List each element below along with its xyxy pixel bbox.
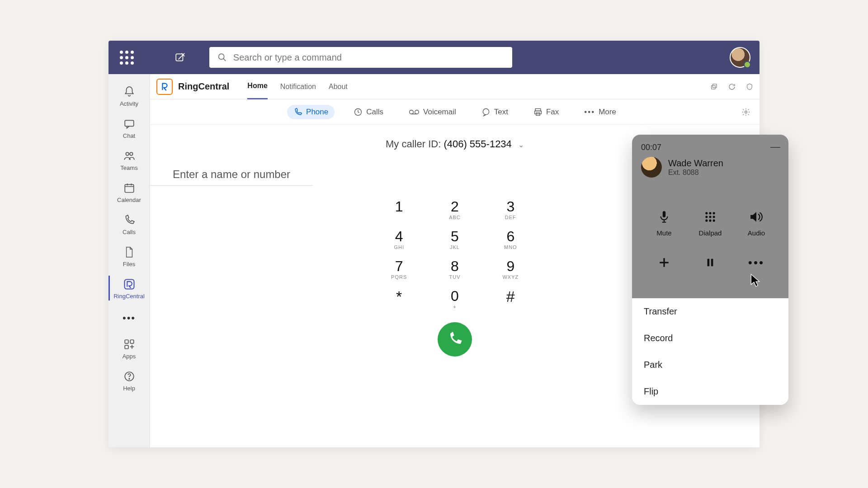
rail-item-activity[interactable]: Activity (108, 80, 150, 112)
subtab-voicemail[interactable]: Voicemail (402, 105, 462, 119)
call-timer: 00:07 (641, 143, 779, 152)
key-star[interactable]: * (382, 289, 415, 310)
svg-point-4 (130, 152, 133, 155)
svg-rect-8 (130, 340, 134, 343)
rc-subtabs: Phone Calls Voicemail Text Fax (150, 99, 760, 125)
call-more-menu: Transfer Record Park Flip (632, 298, 788, 405)
subtab-calls[interactable]: Calls (347, 105, 390, 119)
plugin-tabs: Home Notification About (247, 74, 347, 99)
svg-point-17 (483, 108, 489, 114)
rail-item-calls[interactable]: Calls (108, 208, 150, 240)
key-2[interactable]: 2ABC (438, 199, 471, 220)
menu-flip[interactable]: Flip (632, 378, 788, 405)
svg-rect-6 (124, 280, 134, 289)
microphone-icon (658, 210, 670, 224)
minimize-icon[interactable]: — (770, 141, 780, 153)
key-0[interactable]: 0+ (438, 289, 471, 310)
subtab-phone[interactable]: Phone (287, 105, 335, 119)
rail-label: Chat (108, 132, 150, 139)
key-1[interactable]: 1 (382, 199, 415, 220)
call-button[interactable] (438, 322, 472, 357)
contact-extension: Ext. 8088 (668, 169, 723, 177)
add-call-button[interactable] (641, 255, 687, 270)
rail-item-apps[interactable]: Apps (108, 332, 150, 364)
key-3[interactable]: 3DEF (494, 199, 527, 220)
pause-icon (705, 257, 715, 268)
more-actions-button[interactable]: ••• (733, 255, 779, 270)
svg-point-1 (219, 54, 224, 59)
svg-point-30 (709, 220, 711, 222)
svg-rect-22 (663, 211, 665, 217)
left-rail: Activity Chat Teams Calendar Calls Files (108, 74, 150, 447)
svg-rect-9 (125, 345, 128, 349)
svg-rect-7 (125, 340, 128, 343)
chat-icon (123, 118, 135, 130)
subtab-label: Voicemail (423, 108, 456, 117)
phone-icon (123, 214, 135, 226)
key-7[interactable]: 7PQRS (382, 259, 415, 280)
dial-input[interactable] (150, 165, 313, 186)
svg-rect-12 (712, 85, 715, 89)
plus-icon (658, 257, 670, 268)
svg-point-15 (410, 110, 414, 114)
settings-gear-icon[interactable] (741, 108, 750, 117)
subtab-fax[interactable]: Fax (527, 105, 565, 119)
rail-label: Activity (108, 100, 150, 107)
key-6[interactable]: 6MNO (494, 229, 527, 250)
caller-id-label: My caller ID: (386, 138, 443, 150)
svg-point-11 (129, 379, 130, 380)
key-4[interactable]: 4GHI (382, 229, 415, 250)
svg-rect-19 (534, 111, 541, 114)
rail-item-chat[interactable]: Chat (108, 112, 150, 144)
menu-park[interactable]: Park (632, 352, 788, 378)
tab-options-icon[interactable] (746, 83, 753, 91)
subtab-label: More (599, 108, 616, 117)
mute-button[interactable]: Mute (641, 209, 687, 237)
audio-button[interactable]: Audio (733, 209, 779, 237)
call-controls: Mute Dialpad Audio (641, 209, 779, 270)
clock-icon (354, 108, 363, 117)
search-input[interactable] (233, 52, 504, 63)
menu-record[interactable]: Record (632, 325, 788, 352)
refresh-icon[interactable] (728, 83, 736, 91)
file-icon (124, 246, 134, 258)
rail-label: RingCentral (108, 293, 150, 300)
key-5[interactable]: 5JKL (438, 229, 471, 250)
bell-icon (123, 86, 135, 98)
profile-avatar[interactable] (730, 47, 750, 68)
svg-rect-2 (125, 120, 134, 126)
search-icon (217, 52, 227, 62)
search-box[interactable] (209, 47, 512, 68)
subtab-text[interactable]: Text (475, 105, 514, 119)
rail-item-files[interactable]: Files (108, 240, 150, 272)
active-call-widget: 00:07 — Wade Warren Ext. 8088 Mute (632, 135, 788, 405)
subtab-label: Calls (366, 108, 383, 117)
rail-item-help[interactable]: Help (108, 364, 150, 396)
rail-item-ringcentral[interactable]: RingCentral (108, 272, 150, 304)
rail-item-calendar[interactable]: Calendar (108, 176, 150, 208)
tab-notification[interactable]: Notification (280, 74, 316, 99)
chevron-down-icon: ⌄ (518, 141, 524, 149)
new-chat-compose-icon[interactable] (174, 51, 187, 64)
rail-more-apps[interactable]: ••• (108, 304, 150, 332)
rail-item-teams[interactable]: Teams (108, 144, 150, 176)
subtab-more[interactable]: ••• More (578, 105, 623, 119)
svg-point-29 (705, 220, 708, 222)
key-8[interactable]: 8TUV (438, 259, 471, 280)
dialpad-button[interactable]: Dialpad (687, 209, 733, 237)
tab-about[interactable]: About (329, 74, 348, 99)
key-9[interactable]: 9WXYZ (494, 259, 527, 280)
key-pound[interactable]: # (494, 289, 527, 310)
popout-icon[interactable] (710, 83, 718, 91)
hold-button[interactable] (687, 255, 733, 270)
keypad: 1 2ABC 3DEF 4GHI 5JKL 6MNO 7PQRS 8TUV 9W… (382, 199, 527, 310)
plugin-actions (710, 83, 753, 91)
svg-rect-5 (125, 184, 134, 192)
svg-rect-13 (713, 84, 717, 88)
svg-point-23 (705, 212, 708, 214)
svg-rect-18 (535, 108, 541, 111)
app-launcher-waffle-icon[interactable] (118, 48, 136, 66)
voicemail-icon (409, 108, 420, 117)
tab-home[interactable]: Home (247, 74, 267, 99)
menu-transfer[interactable]: Transfer (632, 298, 788, 325)
